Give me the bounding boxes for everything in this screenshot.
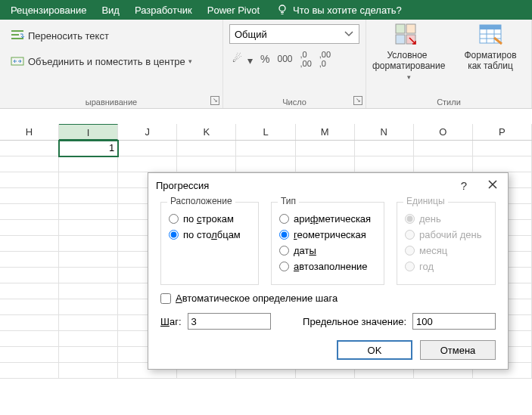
group-label-alignment: ыравнивание [0, 98, 222, 107]
merge-center-icon [11, 54, 24, 68]
as-table-label2: как таблиц [468, 60, 513, 71]
percent-format-button[interactable]: % [260, 53, 269, 65]
dialog-launcher-number[interactable]: ↘ [353, 96, 362, 105]
radio-geometric[interactable]: геометрическая [279, 229, 376, 240]
dialog-launcher-alignment[interactable]: ↘ [210, 96, 219, 105]
svg-rect-6 [396, 24, 405, 33]
merge-center-button[interactable]: Объединить и поместить в центре ▾ [6, 51, 197, 71]
menu-review[interactable]: Рецензирование [3, 0, 94, 20]
dialog-title: Прогрессия [156, 180, 209, 191]
close-button[interactable] [485, 179, 500, 192]
svg-rect-7 [406, 24, 415, 33]
radio-year: год [405, 261, 487, 272]
wrap-text-icon [11, 29, 24, 42]
col-header[interactable]: H [0, 124, 59, 140]
ribbon: Переносить текст Объединить и поместить … [0, 20, 532, 109]
col-header[interactable]: L [236, 124, 295, 140]
svg-rect-11 [480, 25, 501, 29]
number-format-combo[interactable]: Общий [229, 24, 359, 44]
cell[interactable] [296, 141, 355, 156]
tell-me-label: Что вы хотите сделать? [293, 5, 402, 16]
format-as-table-button[interactable]: Форматиров как таблиц [456, 23, 525, 82]
increase-decimal-button[interactable]: ,0,00 [300, 50, 311, 68]
step-input[interactable] [188, 313, 271, 330]
dropdown-arrow-icon: ▾ [188, 57, 192, 65]
merge-center-label: Объединить и поместить в центре [28, 56, 185, 67]
conditional-formatting-icon [394, 23, 420, 48]
as-table-label1: Форматиров [464, 50, 516, 60]
col-header[interactable]: M [296, 124, 355, 140]
limit-input[interactable] [412, 313, 496, 330]
group-label-number: Число [223, 98, 366, 107]
svg-point-0 [279, 5, 285, 11]
step-label: Шаг: [160, 316, 182, 327]
svg-text:☄: ☄ [232, 52, 242, 64]
ribbon-group-styles: Условное форматирование ▾ Форматиров как… [366, 20, 532, 108]
groupbox-units-title: Единицы [403, 196, 448, 206]
cell[interactable] [355, 141, 414, 156]
grid-row: 1 [0, 141, 532, 156]
cell[interactable] [177, 141, 236, 156]
tell-me-search[interactable]: Что вы хотите сделать? [276, 4, 402, 16]
ribbon-group-alignment: Переносить текст Объединить и поместить … [0, 20, 223, 108]
cell[interactable] [414, 141, 473, 156]
col-header[interactable]: K [177, 124, 236, 140]
radio-day: день [405, 213, 487, 225]
svg-rect-3 [11, 38, 23, 39]
close-icon [487, 179, 498, 190]
radio-cols[interactable]: по столбцам [169, 229, 250, 240]
menu-bar: Рецензирование Вид Разработчик Power Piv… [0, 0, 532, 20]
cancel-button[interactable]: Отмена [420, 340, 496, 360]
active-cell[interactable]: 1 [59, 141, 118, 156]
cond-fmt-label1: Условное [387, 50, 428, 60]
cell[interactable] [0, 141, 59, 156]
conditional-formatting-button[interactable]: Условное форматирование ▾ [372, 23, 442, 82]
accounting-format-button[interactable]: ☄▾ [232, 52, 253, 67]
auto-step-checkbox[interactable]: Автоматическое определение шага [160, 293, 496, 304]
progression-dialog: Прогрессия ? Расположение по строкам по … [148, 172, 509, 370]
wrap-text-button[interactable]: Переносить текст [6, 26, 114, 45]
groupbox-layout: Расположение по строкам по столбцам [160, 202, 259, 285]
radio-arithmetic[interactable]: арифметическая [279, 213, 376, 225]
menu-powerpivot[interactable]: Power Pivot [200, 0, 267, 20]
radio-autofill[interactable]: автозаполнение [279, 261, 376, 272]
svg-rect-2 [11, 34, 19, 36]
number-format-value: Общий [235, 29, 267, 40]
col-header[interactable]: J [118, 124, 177, 140]
format-as-table-icon [478, 23, 503, 48]
decrease-decimal-button[interactable]: ,00,0 [319, 50, 331, 68]
svg-rect-8 [396, 35, 405, 44]
chevron-down-icon [344, 30, 354, 38]
col-header[interactable]: O [414, 124, 473, 140]
radio-workday: рабочий день [405, 229, 487, 240]
radio-month: месяц [405, 245, 487, 256]
dialog-titlebar: Прогрессия ? [148, 173, 508, 197]
lightbulb-icon [276, 4, 288, 16]
groupbox-type-title: Тип [278, 196, 299, 206]
group-label-styles: Стили [366, 98, 531, 107]
groupbox-units: Единицы день рабочий день месяц год [397, 202, 496, 285]
cell[interactable] [473, 141, 532, 156]
column-headers: H I J K L M N O P [0, 124, 532, 141]
cond-fmt-label2: форматирование [372, 60, 445, 71]
cell[interactable] [118, 141, 177, 156]
col-header[interactable]: N [355, 124, 414, 140]
ok-button[interactable]: OK [337, 340, 412, 360]
menu-developer[interactable]: Разработчик [127, 0, 200, 20]
ribbon-group-number: Общий ☄▾ % 000 ,0,00 ,00,0 Число ↘ [223, 20, 366, 108]
col-header[interactable]: I [59, 124, 118, 140]
radio-rows[interactable]: по строкам [169, 213, 250, 225]
radio-dates[interactable]: даты [279, 245, 376, 256]
cell[interactable] [236, 141, 295, 156]
menu-view[interactable]: Вид [94, 0, 127, 20]
col-header[interactable]: P [473, 124, 532, 140]
groupbox-type: Тип арифметическая геометрическая даты а… [271, 202, 384, 285]
help-button[interactable]: ? [456, 179, 471, 192]
groupbox-layout-title: Расположение [167, 196, 235, 206]
limit-label: Предельное значение: [303, 316, 406, 327]
wrap-text-label: Переносить текст [28, 30, 109, 42]
dropdown-arrow-icon: ▾ [407, 73, 411, 81]
svg-rect-1 [11, 30, 23, 32]
comma-format-button[interactable]: 000 [277, 54, 292, 64]
